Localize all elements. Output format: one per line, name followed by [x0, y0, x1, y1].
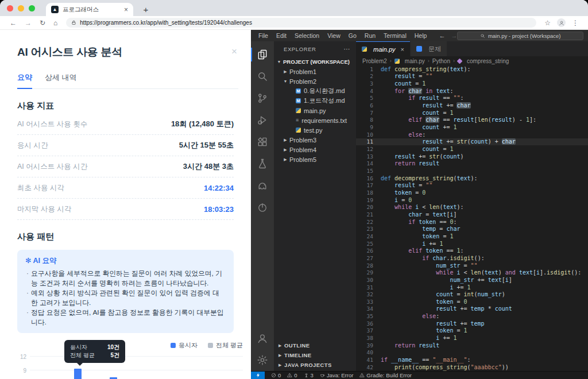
code-line[interactable]: 29 while i < len(text) and text[i].isdig… [356, 269, 588, 276]
breadcrumb-item[interactable]: compress_string [458, 58, 509, 64]
breadcrumb-item[interactable]: main.py [394, 58, 425, 64]
section-java-projects[interactable]: ▶JAVA PROJECTS [274, 360, 356, 370]
code-line[interactable]: 35 else: [356, 312, 588, 320]
browser-menu-icon[interactable]: ⋮ [572, 19, 579, 27]
activity-source-control[interactable] [251, 87, 274, 109]
code-line[interactable]: 1def compress_string(text): [356, 65, 588, 73]
reload-icon[interactable]: ↻ [40, 19, 45, 27]
panel-tab-summary[interactable]: 요약 [17, 72, 32, 89]
status-error-circle[interactable]: 0 [271, 372, 281, 378]
address-bar[interactable]: https://programmers.co.kr/app/with_setti… [66, 18, 536, 28]
code-line[interactable]: 14 return result [356, 160, 588, 168]
code-line[interactable]: 3 count = 1 [356, 80, 588, 87]
browser-tab[interactable]: ▲ 프로그래머스 × [46, 3, 133, 16]
activity-power[interactable] [251, 196, 274, 218]
menu-terminal[interactable]: Terminal [380, 32, 411, 39]
tree-item[interactable]: ▼Problem2 [274, 76, 356, 86]
activity-settings[interactable] [251, 349, 274, 371]
more-actions-icon[interactable]: ⋯ [343, 45, 350, 53]
code-line[interactable]: 23 temp = char [356, 225, 588, 233]
code-line[interactable]: 11 result += str(count) + char [356, 138, 588, 146]
code-line[interactable]: 12 count = 1 [356, 145, 588, 153]
nav-back-icon[interactable]: ← [439, 32, 445, 39]
tree-item[interactable]: ▶Problem4 [274, 145, 356, 154]
code-line[interactable]: 13 result += str(count) [356, 153, 588, 160]
code-line[interactable]: 20 while i < len(text): [356, 203, 588, 211]
workspace-root[interactable]: ▼PROJECT (WORKSPACE) [274, 57, 356, 67]
menu-selection[interactable]: Selection [291, 32, 323, 39]
code-line[interactable]: 26 elif token == 1: [356, 247, 588, 254]
code-line[interactable]: 41if __name__ == "__main__": [356, 356, 588, 363]
code-line[interactable]: 24 token = 1 [356, 233, 588, 240]
activity-extensions[interactable] [251, 131, 274, 153]
home-icon[interactable]: ⌂ [53, 19, 57, 27]
tree-item[interactable]: ≡requirements.txt [274, 115, 356, 125]
code-line[interactable]: 19 i = 0 [356, 196, 588, 204]
tree-item[interactable]: ▶Problem5 [274, 154, 356, 164]
bookmark-star-icon[interactable]: ☆ [544, 19, 551, 27]
minimize-window-button[interactable] [18, 5, 24, 11]
code-line[interactable]: 27 if char.isdigit(): [356, 254, 588, 262]
code-line[interactable]: 21 char = text[i] [356, 211, 588, 218]
code-line[interactable]: 32 count = int(num_str) [356, 291, 588, 298]
tree-item[interactable]: ▶Problem3 [274, 135, 356, 145]
profile-avatar[interactable] [557, 18, 566, 27]
code-line[interactable]: 36 result += temp [356, 320, 588, 327]
tree-item[interactable]: ▶Problem1 [274, 67, 356, 76]
menu-go[interactable]: Go [345, 32, 361, 39]
panel-tab-detail[interactable]: 상세 내역 [45, 72, 77, 88]
breadcrumb-item[interactable]: Problem2 [362, 58, 387, 64]
code-line[interactable]: 40 [356, 349, 588, 357]
menu-edit[interactable]: Edit [272, 32, 291, 39]
remote-indicator[interactable] [251, 372, 265, 379]
menu-help[interactable]: Help [411, 32, 431, 39]
menu-run[interactable]: Run [361, 32, 380, 39]
code-line[interactable]: 4 for char in text: [356, 87, 588, 95]
nav-forward-icon[interactable]: → [451, 32, 457, 39]
activity-account[interactable] [251, 327, 274, 349]
panel-close-icon[interactable]: × [231, 46, 237, 57]
code-line[interactable]: 18 token = 0 [356, 189, 588, 196]
close-window-button[interactable] [7, 5, 13, 11]
code-line[interactable]: 42 print(compress_string("aaabbcc")) [356, 363, 588, 371]
code-line[interactable]: 5 if result == "": [356, 95, 588, 102]
breadcrumb-item[interactable]: Python [432, 58, 450, 64]
code-line[interactable]: 8 elif char == result[len(result) - 1]: [356, 117, 588, 124]
code-line[interactable]: 16def decompress_string(text): [356, 175, 588, 182]
activity-search[interactable] [251, 65, 274, 87]
menu-file[interactable]: File [254, 32, 272, 39]
maximize-window-button[interactable] [29, 5, 35, 11]
status-warning-triangle[interactable]: Gradle: Build Error [359, 372, 412, 378]
code-line[interactable]: 38 i += 1 [356, 334, 588, 342]
tree-item[interactable]: main.py [274, 106, 356, 115]
code-line[interactable]: 25 i += 1 [356, 240, 588, 247]
status-warning-triangle[interactable]: 0 [287, 372, 297, 378]
tree-item[interactable]: test.py [274, 125, 356, 135]
code-line[interactable]: 15 [356, 167, 588, 175]
tab-close-icon[interactable]: × [401, 46, 404, 53]
code-line[interactable]: 33 token = 0 [356, 298, 588, 305]
code-line[interactable]: 2 result = "" [356, 73, 588, 80]
code-line[interactable]: 28 num_str = "" [356, 262, 588, 269]
section-timeline[interactable]: ▶TIMELINE [274, 350, 356, 360]
status-java[interactable]: Java: Error [320, 372, 353, 378]
code-line[interactable]: 17 result = "" [356, 182, 588, 190]
code-line[interactable]: 30 num_str += text[i] [356, 276, 588, 284]
code-line[interactable]: 37 token = 1 [356, 327, 588, 335]
code-line[interactable]: 22 if token == 0: [356, 218, 588, 226]
code-line[interactable]: 7 count = 1 [356, 109, 588, 117]
editor-tab-mainpy[interactable]: main.py× [356, 41, 410, 56]
menu-view[interactable]: View [323, 32, 345, 39]
code-editor[interactable]: 1def compress_string(text):2 result = ""… [356, 65, 588, 371]
command-center-search[interactable]: main.py - project (Workspace) [457, 32, 583, 40]
activity-testing[interactable] [251, 153, 274, 175]
activity-gradle[interactable] [251, 175, 274, 196]
code-line[interactable]: 34 result += temp * count [356, 305, 588, 313]
code-line[interactable]: 10 else: [356, 131, 588, 138]
tree-item[interactable]: M0.응시환경.md [274, 86, 356, 96]
back-icon[interactable]: ← [10, 19, 17, 27]
section-outline[interactable]: ▶OUTLINE [274, 341, 356, 350]
code-line[interactable]: 31 i += 1 [356, 284, 588, 291]
new-tab-button[interactable]: + [140, 5, 152, 14]
activity-explorer[interactable] [251, 44, 274, 65]
